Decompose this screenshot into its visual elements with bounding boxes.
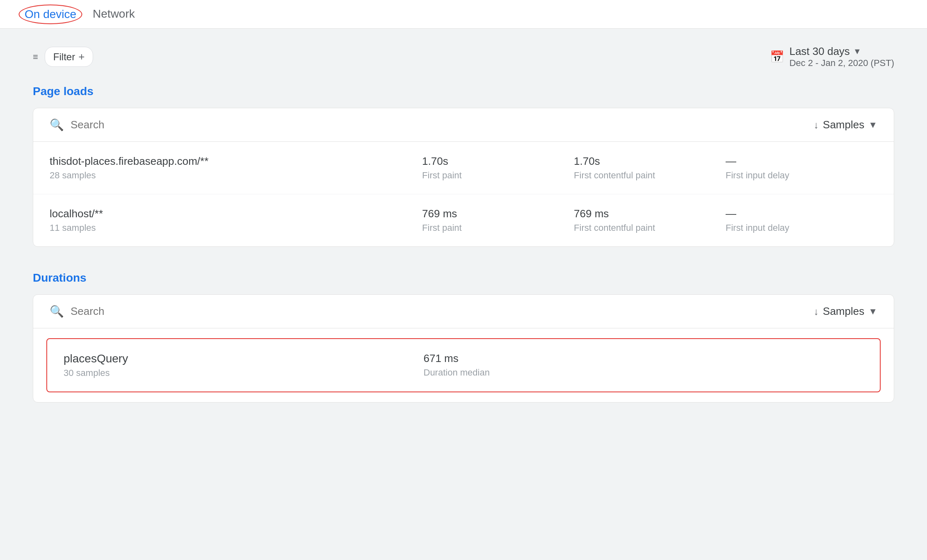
date-range-sub: Dec 2 - Jan 2, 2020 (PST) — [789, 58, 894, 68]
metric-label: First contentful paint — [574, 170, 726, 181]
durations-search-bar: 🔍 ↓ Samples ▼ — [33, 295, 894, 328]
metric-label: First input delay — [726, 223, 877, 233]
date-range-label[interactable]: Last 30 days ▼ — [789, 45, 894, 58]
search-icon-page-loads: 🔍 — [50, 118, 64, 132]
metric-label: First paint — [422, 170, 574, 181]
highlighted-row-wrapper: placesQuery 30 samples 671 ms Duration m… — [33, 328, 894, 402]
row-url: thisdot-places.firebaseapp.com/** 28 sam… — [50, 155, 422, 181]
table-row-highlighted: placesQuery 30 samples 671 ms Duration m… — [46, 338, 881, 392]
sort-chevron-icon: ▼ — [868, 120, 877, 130]
metric-first-paint: 1.70s First paint — [422, 155, 574, 181]
metric-fid: — First input delay — [726, 155, 877, 181]
date-range-control[interactable]: 📅 Last 30 days ▼ Dec 2 - Jan 2, 2020 (PS… — [770, 45, 894, 68]
metric-value: — — [726, 207, 877, 220]
metric-value: 1.70s — [422, 155, 574, 168]
durations-sort[interactable]: ↓ Samples ▼ — [814, 305, 877, 318]
filter-lines-icon: ≡ — [33, 52, 38, 62]
tab-network[interactable]: Network — [84, 0, 143, 29]
calendar-icon: 📅 — [770, 50, 784, 64]
sort-chevron-icon: ▼ — [868, 306, 877, 317]
row-url: localhost/** 11 samples — [50, 207, 422, 233]
page-loads-title: Page loads — [33, 85, 894, 98]
metric-fcp: 1.70s First contentful paint — [574, 155, 726, 181]
sort-down-icon: ↓ — [814, 306, 819, 317]
metric-value: 769 ms — [574, 207, 726, 220]
sort-down-icon: ↓ — [814, 119, 819, 131]
date-info: Last 30 days ▼ Dec 2 - Jan 2, 2020 (PST) — [789, 45, 894, 68]
network-label: Network — [93, 7, 135, 20]
durations-title: Durations — [33, 271, 894, 285]
filter-bar: ≡ Filter + 📅 Last 30 days ▼ Dec 2 - Jan … — [33, 45, 894, 68]
on-device-label: On device — [25, 8, 76, 21]
search-icon-durations: 🔍 — [50, 305, 64, 318]
table-row: localhost/** 11 samples 769 ms First pai… — [33, 194, 894, 246]
page-loads-card: 🔍 ↓ Samples ▼ thisdot-places.firebaseapp… — [33, 108, 894, 247]
metric-value: 1.70s — [574, 155, 726, 168]
page-loads-sort[interactable]: ↓ Samples ▼ — [814, 118, 877, 131]
filter-label: Filter — [53, 51, 75, 63]
metric-value: 769 ms — [422, 207, 574, 220]
metric-fid: — First input delay — [726, 207, 877, 233]
metric-label: Duration median — [424, 367, 864, 378]
tab-on-device[interactable]: On device — [16, 0, 84, 29]
chevron-down-icon: ▼ — [853, 47, 861, 56]
samples-text: 28 samples — [50, 170, 422, 181]
metric-label: First paint — [422, 223, 574, 233]
filter-button[interactable]: Filter + — [45, 47, 94, 67]
row-url: placesQuery 30 samples — [64, 352, 424, 378]
samples-text: 30 samples — [64, 368, 424, 378]
top-nav: On device Network — [0, 0, 927, 29]
date-range-text: Last 30 days — [789, 45, 849, 58]
page-loads-section: Page loads 🔍 ↓ Samples ▼ thisdot-places.… — [33, 85, 894, 247]
durations-search-input[interactable] — [71, 305, 807, 318]
page-loads-search-bar: 🔍 ↓ Samples ▼ — [33, 108, 894, 142]
metric-label: First input delay — [726, 170, 877, 181]
url-text: thisdot-places.firebaseapp.com/** — [50, 155, 422, 168]
url-text: placesQuery — [64, 352, 424, 365]
metric-fcp: 769 ms First contentful paint — [574, 207, 726, 233]
metric-label: First contentful paint — [574, 223, 726, 233]
durations-section: Durations 🔍 ↓ Samples ▼ placesQuery 30 s… — [33, 271, 894, 403]
page-loads-search-input[interactable] — [71, 118, 807, 131]
table-row: thisdot-places.firebaseapp.com/** 28 sam… — [33, 142, 894, 194]
main-content: ≡ Filter + 📅 Last 30 days ▼ Dec 2 - Jan … — [0, 29, 927, 444]
sort-label: Samples — [823, 305, 864, 318]
url-text: localhost/** — [50, 207, 422, 220]
durations-card: 🔍 ↓ Samples ▼ placesQuery 30 samples 671… — [33, 294, 894, 403]
sort-label: Samples — [823, 118, 864, 131]
metric-first-paint: 769 ms First paint — [422, 207, 574, 233]
filter-left: ≡ Filter + — [33, 47, 93, 67]
metric-value: 671 ms — [424, 352, 864, 365]
samples-text: 11 samples — [50, 223, 422, 233]
filter-plus-icon: + — [78, 50, 84, 63]
metric-duration: 671 ms Duration median — [424, 352, 864, 378]
metric-value: — — [726, 155, 877, 168]
